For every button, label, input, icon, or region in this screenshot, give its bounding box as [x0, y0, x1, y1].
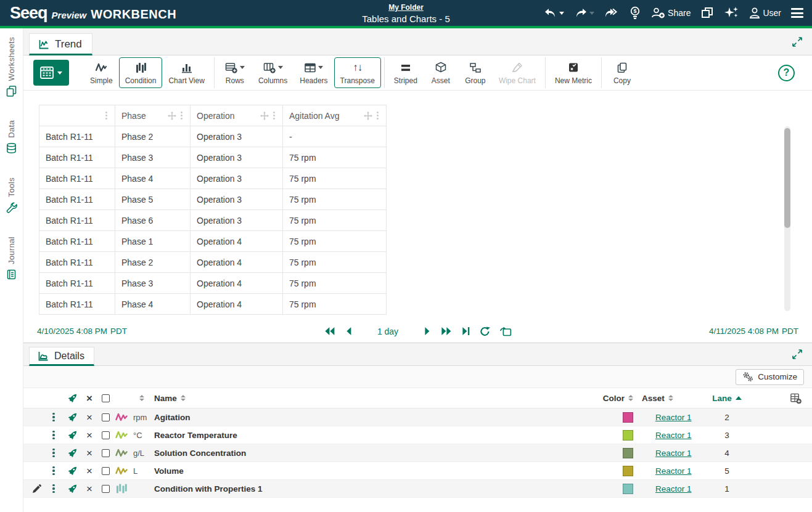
refresh-icon[interactable]: [480, 327, 490, 336]
rocket-icon[interactable]: [67, 412, 78, 423]
remove-all-icon[interactable]: ×: [86, 393, 92, 404]
step-to-end-icon[interactable]: [461, 327, 470, 336]
color-swatch[interactable]: [623, 412, 633, 423]
details-expand-button[interactable]: [791, 348, 803, 360]
column-menu-icon[interactable]: [272, 110, 276, 121]
step-forward-full-icon[interactable]: [440, 327, 452, 336]
row-checkbox[interactable]: [102, 449, 110, 457]
color-swatch[interactable]: [623, 484, 633, 494]
asset-link[interactable]: Reactor 1: [655, 484, 692, 494]
chart-view-button[interactable]: Chart View: [162, 57, 210, 88]
remove-icon[interactable]: ×: [86, 466, 92, 476]
headers-button[interactable]: Headers: [293, 57, 334, 88]
edit-icon[interactable]: [32, 484, 41, 494]
help-button[interactable]: ?: [778, 65, 795, 81]
rocket-icon[interactable]: [67, 484, 78, 494]
lane-column-header[interactable]: Lane: [712, 394, 742, 403]
worksheets-popout-button[interactable]: [700, 6, 714, 20]
sidebar-item-tools[interactable]: Tools: [6, 177, 17, 213]
asset-link[interactable]: Reactor 1: [655, 413, 692, 422]
rocket-icon[interactable]: [67, 430, 78, 441]
column-header-phase[interactable]: Phase: [115, 105, 191, 126]
sort-type-control[interactable]: [139, 395, 144, 401]
striped-button[interactable]: Striped: [388, 57, 424, 88]
asset-button[interactable]: Asset: [424, 57, 458, 88]
table-row: Batch R1-11Phase 2Operation 3-: [39, 126, 387, 147]
column-menu-icon[interactable]: [104, 110, 109, 121]
column-menu-icon[interactable]: [179, 110, 184, 121]
color-swatch[interactable]: [623, 430, 633, 441]
table-mode-dropdown-button[interactable]: [33, 60, 69, 86]
rocket-icon[interactable]: [67, 466, 78, 476]
step-back-half-icon[interactable]: [345, 327, 352, 336]
row-menu-icon[interactable]: [51, 412, 55, 423]
color-swatch[interactable]: [623, 466, 633, 476]
share-button[interactable]: Share: [651, 7, 691, 19]
asset-link[interactable]: Reactor 1: [655, 449, 692, 458]
asset-link[interactable]: Reactor 1: [655, 466, 692, 476]
duration-label[interactable]: 1 day: [377, 327, 398, 336]
forward-share-button[interactable]: [604, 7, 619, 18]
remove-icon[interactable]: ×: [86, 448, 92, 458]
rocket-icon[interactable]: [67, 393, 78, 404]
range-start[interactable]: 4/10/2025 4:08 PMPDT: [37, 327, 127, 336]
worksheet-title[interactable]: Tables and Charts - 5: [362, 14, 450, 25]
row-menu-icon[interactable]: [51, 483, 55, 495]
column-header-agitation-avg[interactable]: Agitation Avg: [283, 105, 387, 126]
rows-button[interactable]: Rows: [218, 57, 252, 88]
breadcrumb-my-folder[interactable]: My Folder: [388, 3, 424, 12]
group-button[interactable]: Group: [458, 57, 493, 88]
row-menu-icon[interactable]: [51, 447, 55, 459]
name-column-header[interactable]: Name: [154, 394, 186, 403]
topbar-actions: $ Share User: [544, 6, 803, 20]
condition-view-button[interactable]: Condition: [119, 57, 163, 88]
hamburger-menu-button[interactable]: [791, 6, 803, 20]
remove-icon[interactable]: ×: [86, 484, 92, 494]
vertical-scrollbar[interactable]: [784, 126, 790, 311]
select-all-checkbox[interactable]: [102, 394, 110, 402]
add-column-icon[interactable]: [790, 392, 802, 404]
copy-button[interactable]: Copy: [605, 57, 639, 88]
tips-button[interactable]: $: [629, 6, 641, 20]
row-checkbox[interactable]: [102, 413, 110, 421]
color-swatch[interactable]: [623, 448, 633, 458]
scrollbar-thumb[interactable]: [784, 128, 790, 228]
sidebar-item-data[interactable]: Data: [6, 120, 17, 154]
simple-view-button[interactable]: Simple: [84, 57, 119, 88]
column-header-operation[interactable]: Operation: [191, 105, 283, 126]
sidebar-item-worksheets[interactable]: Worksheets: [6, 37, 17, 97]
sidebar-item-journal[interactable]: Journal: [6, 237, 17, 280]
tab-details[interactable]: Details: [29, 347, 94, 366]
row-checkbox[interactable]: [102, 431, 110, 439]
auto-update-icon[interactable]: [499, 326, 512, 336]
move-column-icon[interactable]: [260, 112, 269, 120]
lane-value: 4: [702, 449, 752, 458]
user-menu-button[interactable]: User: [748, 7, 781, 19]
move-column-icon[interactable]: [168, 112, 176, 120]
step-forward-half-icon[interactable]: [424, 327, 431, 336]
redo-button[interactable]: [574, 7, 594, 18]
ai-assistant-button[interactable]: [724, 6, 739, 20]
remove-icon[interactable]: ×: [86, 430, 92, 441]
move-column-icon[interactable]: [364, 112, 372, 120]
column-header-batch[interactable]: [39, 105, 115, 126]
color-column-header[interactable]: Color: [603, 394, 633, 403]
undo-button[interactable]: [544, 7, 564, 18]
column-menu-icon[interactable]: [375, 110, 380, 121]
trend-expand-button[interactable]: [791, 36, 803, 48]
transpose-button[interactable]: ↑↓ Transpose: [334, 57, 381, 88]
asset-column-header[interactable]: Asset: [642, 394, 673, 403]
new-metric-button[interactable]: New Metric: [549, 57, 598, 88]
range-end[interactable]: 4/11/2025 4:08 PMPDT: [709, 327, 798, 336]
tab-trend[interactable]: Trend: [29, 33, 92, 55]
remove-icon[interactable]: ×: [86, 412, 92, 423]
asset-link[interactable]: Reactor 1: [655, 431, 692, 440]
row-checkbox[interactable]: [102, 467, 110, 475]
columns-button[interactable]: Columns: [252, 57, 293, 88]
row-checkbox[interactable]: [102, 485, 110, 493]
customize-button[interactable]: Customize: [736, 369, 804, 385]
step-back-full-icon[interactable]: [324, 327, 335, 336]
row-menu-icon[interactable]: [51, 465, 55, 477]
rocket-icon[interactable]: [67, 448, 78, 458]
row-menu-icon[interactable]: [51, 429, 55, 441]
